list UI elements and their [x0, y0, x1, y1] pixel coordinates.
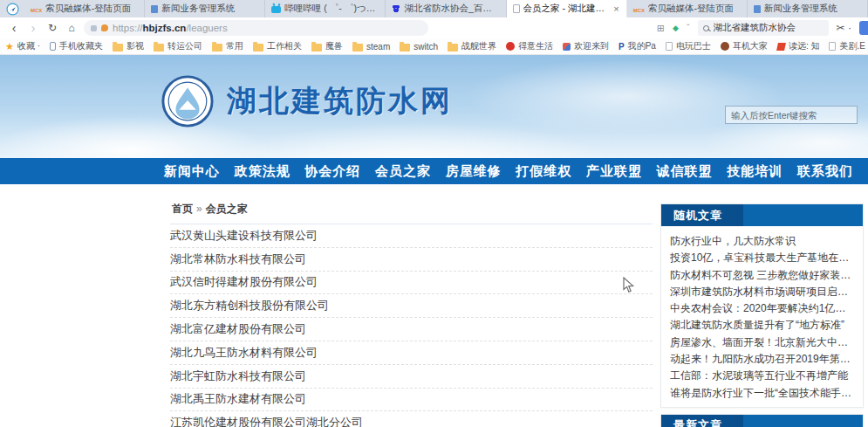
tab-favicon-icon — [754, 5, 761, 13]
bookmark-item[interactable]: switch — [400, 42, 438, 52]
home-button[interactable]: ⌂ — [65, 19, 79, 37]
bookmark-label: steam — [366, 42, 390, 52]
article-link[interactable]: 投资10亿，卓宝科技最大生产基地在石首落成！ — [670, 250, 854, 266]
site-search-box[interactable] — [725, 106, 858, 124]
nav-menu-item[interactable]: 诚信联盟 — [657, 163, 713, 180]
company-name: 武汉信时得建材股份有限公司 — [170, 274, 318, 290]
nav-menu-item[interactable]: 技能培训 — [727, 163, 783, 180]
bookmark-icon — [212, 44, 222, 52]
company-name: 湖北常林防水科技有限公司 — [170, 251, 306, 267]
company-list-item[interactable]: 湖北富亿建材股份有限公司 — [170, 318, 653, 341]
browser-tab-bar: 索贝融媒体-登陆页面 新闻业务管理系统 哔哩哔哩 ( ゜- ゜)つロ 干杯~-.… — [0, 0, 868, 17]
bookmark-icon — [5, 41, 14, 52]
bookmark-item[interactable]: 电玩巴士 — [666, 40, 711, 52]
nav-menu-item[interactable]: 产业联盟 — [586, 163, 642, 180]
company-list-item[interactable]: 武汉黄山头建设科技有限公司 — [170, 224, 653, 248]
bookmark-label: 魔兽 — [325, 40, 343, 52]
nav-menu-item[interactable]: 房屋维修 — [446, 163, 502, 180]
page-viewport: 湖北建筑防水网 新闻中心 政策法规 协会介绍 会员之家 房屋维修 打假维权 产业… — [0, 55, 868, 427]
site-brand[interactable]: 湖北建筑防水网 — [161, 74, 453, 128]
back-button[interactable]: ‹ — [7, 19, 21, 37]
article-link[interactable]: 深圳市建筑防水材料市场调研项目启动会召开 — [670, 284, 854, 300]
browser-tab[interactable]: 哔哩哔哩 ( ゜- ゜)つロ 干杯~-.. — [265, 0, 386, 17]
breadcrumb-home-link[interactable]: 首页 — [172, 203, 193, 215]
bookmark-item[interactable]: 战舰世界 — [448, 40, 496, 52]
nav-menu-item[interactable]: 打假维权 — [516, 163, 571, 180]
bookmark-item[interactable]: 欢迎来到 — [563, 40, 609, 52]
bookmark-item[interactable]: 读远: 知 — [777, 40, 820, 52]
bookmark-icon — [619, 42, 625, 52]
browser-tab[interactable]: 会员之家 - 湖北建筑防水网 × — [507, 0, 627, 17]
bookmark-item[interactable]: 魔兽 — [311, 40, 343, 52]
bookmark-item[interactable]: 耳机大家 — [721, 40, 768, 52]
extensions-grid-icon[interactable]: ⊞ — [657, 23, 665, 34]
bookmark-icon — [352, 44, 363, 52]
article-link[interactable]: 防水材料不可忽视 三步教您做好家装防水 — [670, 267, 854, 284]
sidebar-edge-icon[interactable] — [859, 21, 868, 35]
browser-tab[interactable]: 湖北省防水协会_百度搜索 — [386, 0, 506, 17]
breadcrumb-current: 会员之家 — [206, 203, 248, 215]
article-link[interactable]: 谁将是防水行业下一批“全国技术能手”？2020... — [670, 385, 854, 402]
bookmark-item[interactable]: 我的Pa — [619, 40, 656, 52]
article-link[interactable]: 中央农村会议：2020年要解决约1亿农民落户城镇 — [670, 300, 854, 317]
tab-favicon-icon — [513, 4, 520, 13]
tab-title: 湖北省防水协会_百度搜索 — [404, 3, 499, 15]
search-icon — [703, 25, 709, 31]
tab-favicon-icon — [633, 3, 645, 14]
bookmark-item[interactable]: 得意生活 — [506, 40, 553, 52]
company-list-item[interactable]: 湖北禹王防水建材有限公司 — [170, 389, 653, 412]
chevron-down-icon[interactable]: ˇ — [687, 23, 690, 33]
browser-tab[interactable]: 索贝融媒体-登陆页面 — [627, 0, 748, 17]
company-list-item[interactable]: 湖北宇虹防水科技有限公司 — [170, 365, 653, 389]
article-link[interactable]: 动起来！九阳防水成功召开2019年第一季度销售会 — [670, 351, 854, 368]
article-link[interactable]: 工信部：水泥玻璃等五行业不再增产能 — [670, 368, 854, 384]
company-name: 湖北宇虹防水科技有限公司 — [170, 368, 306, 384]
bookmark-item[interactable]: 美剧.E — [829, 40, 865, 52]
company-list-item[interactable]: 湖北东方精创科技股份有限公司 — [170, 294, 653, 318]
quick-search-box[interactable] — [698, 20, 829, 36]
bookmark-icon — [50, 42, 56, 51]
random-articles-header: 随机文章 — [661, 204, 863, 226]
browser-tab[interactable]: 新闻业务管理系统 — [748, 0, 868, 17]
bookmark-item[interactable]: 收藏 · — [5, 40, 40, 52]
bookmark-item[interactable]: 常用 — [212, 40, 243, 52]
bookmark-item[interactable]: 影视 — [113, 40, 144, 52]
company-name: 湖北禹王防水建材有限公司 — [170, 391, 306, 407]
bookmark-label: 耳机大家 — [733, 40, 768, 52]
company-list-item[interactable]: 湖北常林防水科技有限公司 — [170, 248, 653, 272]
bookmark-label: 得意生活 — [518, 40, 553, 52]
quick-search-input[interactable] — [714, 23, 824, 33]
nav-menu-item[interactable]: 会员之家 — [375, 163, 431, 180]
nav-menu-item[interactable]: 协会介绍 — [304, 163, 360, 180]
bookmark-item[interactable]: 工作相关 — [253, 40, 302, 52]
plugin-icon[interactable]: ◆ — [673, 24, 679, 32]
company-list: 武汉黄山头建设科技有限公司 湖北常林防水科技有限公司 武汉信时得建材股份有限公司… — [170, 224, 653, 427]
random-articles-box: 随机文章 防水行业中，几大防水常识 投资10亿，卓宝科技最大生产基地在石首落成！… — [660, 203, 864, 408]
browser-tab[interactable]: 新闻业务管理系统 — [145, 0, 265, 17]
company-list-item[interactable]: 武汉信时得建材股份有限公司 — [170, 272, 653, 295]
browser-logo-icon[interactable] — [0, 0, 24, 17]
company-list-item[interactable]: 湖北九鸟王防水材料有限公司 — [170, 341, 653, 365]
nav-menu-item[interactable]: 新闻中心 — [164, 163, 220, 180]
site-security-icon[interactable] — [101, 24, 108, 31]
browser-tab[interactable]: 索贝融媒体-登陆页面 — [24, 0, 145, 17]
bookmark-item[interactable]: 转运公司 — [154, 40, 202, 52]
bookmark-item[interactable]: steam — [352, 42, 390, 52]
bookmark-label: 影视 — [126, 40, 144, 52]
site-info-icon[interactable] — [91, 25, 97, 31]
forward-button[interactable]: › — [26, 19, 40, 37]
snip-icon[interactable]: ✂ · — [837, 22, 851, 34]
nav-menu-item[interactable]: 政策法规 — [235, 163, 290, 180]
company-list-item[interactable]: 江苏凯伦建材股份有限公司湖北分公司 — [170, 411, 653, 427]
article-link[interactable]: 湖北建筑防水质量提升有了“地方标准” — [670, 317, 854, 334]
url-field[interactable]: https://hbjzfs.cn/leaguers — [84, 20, 428, 36]
site-search-input[interactable] — [726, 107, 857, 124]
reload-button[interactable]: ↻ — [45, 19, 59, 37]
bookmark-item[interactable]: 手机收藏夹 — [50, 40, 103, 52]
tab-close-icon[interactable]: × — [612, 3, 619, 14]
article-link[interactable]: 房屋渗水、墙面开裂！北京新光大中心曝精装房质... — [670, 334, 854, 351]
nav-menu-item[interactable]: 联系我们 — [797, 163, 853, 180]
bookmark-label: 电玩巴士 — [676, 40, 711, 52]
article-link[interactable]: 防水行业中，几大防水常识 — [670, 233, 854, 250]
company-name: 湖北东方精创科技股份有限公司 — [170, 298, 329, 313]
